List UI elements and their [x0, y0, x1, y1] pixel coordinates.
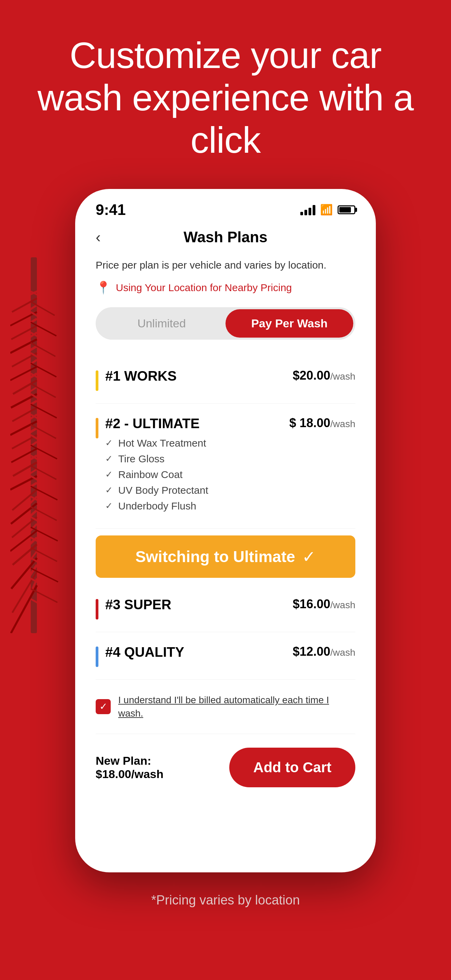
check-icon: ✓ — [105, 485, 113, 495]
plan-type-toggle[interactable]: Unlimited Pay Per Wash — [96, 307, 355, 340]
billing-checkbox[interactable]: ✓ — [96, 699, 111, 714]
plan-stripe-works — [96, 371, 98, 391]
feature-underbody: ✓ Underbody Flush — [105, 500, 289, 512]
feature-text: Hot Wax Treatment — [118, 438, 206, 449]
plan-price-ultimate: $ 18.00/wash — [289, 416, 355, 430]
toggle-pay-per-wash[interactable]: Pay Per Wash — [226, 309, 353, 337]
page-title: Wash Plans — [183, 229, 267, 246]
feature-hot-wax: ✓ Hot Wax Treatment — [105, 438, 289, 449]
plan-name-works: #1 WORKS — [105, 368, 293, 384]
feature-text: Tire Gloss — [118, 453, 165, 465]
selected-banner[interactable]: Switching to Ultimate ✓ — [96, 535, 355, 578]
plan-stripe-ultimate — [96, 418, 98, 438]
footer-text: *Pricing varies by location — [151, 872, 300, 935]
feature-text: UV Body Protectant — [118, 485, 208, 496]
new-plan-info: New Plan: $18.00/wash — [96, 754, 163, 781]
location-row: 📍 Using Your Location for Nearby Pricing — [96, 280, 355, 295]
plan-price-super: $16.00/wash — [293, 597, 355, 611]
feature-text: Underbody Flush — [118, 500, 196, 512]
billing-checkbox-row[interactable]: ✓ I understand I'll be billed automatica… — [96, 679, 355, 734]
checkbox-check-icon: ✓ — [99, 701, 107, 712]
status-time: 9:41 — [96, 201, 126, 218]
status-icons: 📶 — [300, 204, 355, 216]
bottom-bar: New Plan: $18.00/wash Add to Cart — [75, 734, 376, 808]
plan-stripe-super — [96, 599, 98, 619]
plan-name-ultimate: #2 - ULTIMATE — [105, 416, 289, 431]
nav-bar: ‹ Wash Plans — [75, 222, 376, 253]
check-icon: ✓ — [105, 438, 113, 448]
plan-row-works[interactable]: #1 WORKS $20.00/wash — [96, 356, 355, 404]
plan-name-quality: #4 QUALITY — [105, 644, 293, 660]
plan-row-super[interactable]: #3 SUPER $16.00/wash — [96, 585, 355, 632]
plan-stripe-quality — [96, 646, 98, 667]
feature-text: Rainbow Coat — [118, 469, 183, 480]
subtitle-text: Price per plan is per vehicle and varies… — [96, 259, 355, 271]
location-pin-icon: 📍 — [96, 280, 111, 295]
feature-rainbow-coat: ✓ Rainbow Coat — [105, 469, 289, 480]
new-plan-price: $18.00/wash — [96, 767, 163, 781]
phone-wrapper: 9:41 📶 ‹ Wash Plans Price per plan is pe… — [0, 189, 451, 872]
plan-price-works: $20.00/wash — [293, 368, 355, 383]
check-icon: ✓ — [105, 453, 113, 464]
billing-checkbox-label: I understand I'll be billed automaticall… — [118, 693, 355, 720]
plan-name-super: #3 SUPER — [105, 597, 293, 612]
selected-check-icon: ✓ — [302, 547, 316, 566]
plan-row-quality[interactable]: #4 QUALITY $12.00/wash — [96, 632, 355, 679]
feature-uv-body: ✓ UV Body Protectant — [105, 485, 289, 496]
plan-price-quality: $12.00/wash — [293, 644, 355, 659]
check-icon: ✓ — [105, 469, 113, 480]
plan-row-ultimate[interactable]: #2 - ULTIMATE ✓ Hot Wax Treatment ✓ Tire… — [96, 404, 355, 528]
phone-frame: 9:41 📶 ‹ Wash Plans Price per plan is pe… — [75, 189, 376, 872]
status-bar: 9:41 📶 — [75, 189, 376, 222]
toggle-unlimited[interactable]: Unlimited — [98, 309, 226, 337]
signal-icon — [300, 204, 315, 215]
battery-icon — [338, 205, 355, 214]
selected-banner-text: Switching to Ultimate — [135, 547, 295, 566]
feature-tire-gloss: ✓ Tire Gloss — [105, 453, 289, 465]
plan-features-ultimate: ✓ Hot Wax Treatment ✓ Tire Gloss ✓ Rainb… — [105, 438, 289, 512]
content-area: Price per plan is per vehicle and varies… — [75, 253, 376, 734]
location-text: Using Your Location for Nearby Pricing — [116, 282, 292, 294]
add-to-cart-button[interactable]: Add to Cart — [229, 748, 355, 787]
new-plan-label: New Plan: — [96, 754, 163, 767]
back-button[interactable]: ‹ — [96, 229, 101, 246]
check-icon: ✓ — [105, 501, 113, 511]
wifi-icon: 📶 — [320, 204, 333, 216]
hero-title: Customize your car wash experience with … — [0, 0, 451, 189]
